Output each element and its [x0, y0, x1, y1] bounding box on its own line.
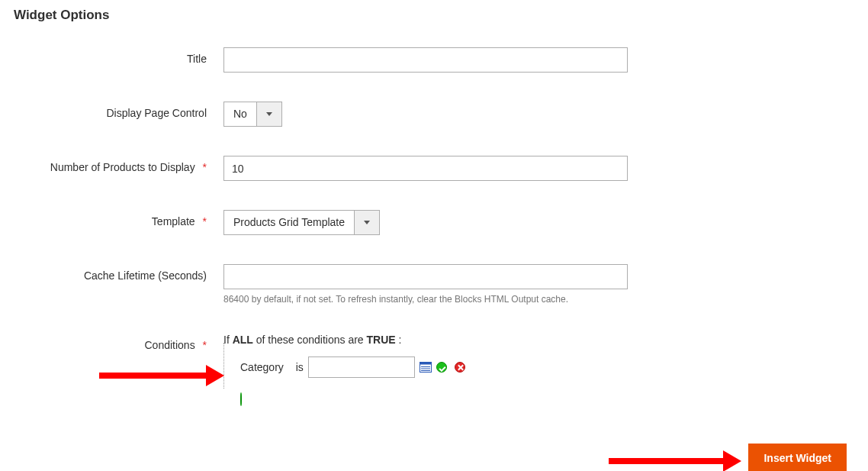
section-title: Widget Options — [14, 8, 854, 23]
condition-value-input[interactable] — [308, 356, 415, 378]
chevron-down-icon — [256, 102, 281, 126]
label-conditions: Conditions * — [14, 334, 223, 351]
condition-boolean[interactable]: TRUE — [367, 334, 396, 346]
apply-icon[interactable] — [436, 362, 447, 373]
page-control-select[interactable]: No — [223, 102, 282, 127]
title-input[interactable] — [223, 47, 628, 73]
cache-hint: 86400 by default, if not set. To refresh… — [223, 294, 647, 305]
insert-widget-button[interactable]: Insert Widget — [748, 444, 847, 471]
num-products-input[interactable] — [223, 156, 628, 181]
row-num-products: Number of Products to Display * — [14, 156, 854, 181]
remove-icon[interactable] — [455, 362, 465, 373]
condition-operator[interactable]: is — [296, 361, 304, 373]
cache-input[interactable] — [223, 264, 628, 289]
template-select[interactable]: Products Grid Template — [223, 210, 380, 235]
row-cache: Cache Lifetime (Seconds) 86400 by defaul… — [14, 264, 854, 305]
row-page-control: Display Page Control No — [14, 102, 854, 127]
template-value: Products Grid Template — [224, 211, 354, 234]
add-icon[interactable] — [240, 392, 242, 406]
condition-combine: If ALL of these conditions are TRUE : — [223, 334, 647, 346]
label-page-control: Display Page Control — [14, 102, 223, 119]
annotation-arrow-icon — [99, 365, 224, 386]
condition-aggregator[interactable]: ALL — [233, 334, 253, 346]
required-mark: * — [203, 215, 207, 227]
row-template: Template * Products Grid Template — [14, 210, 854, 235]
label-template: Template * — [14, 210, 223, 227]
condition-attribute[interactable]: Category — [240, 361, 284, 373]
label-cache: Cache Lifetime (Seconds) — [14, 264, 223, 282]
required-mark: * — [203, 161, 207, 173]
annotation-arrow-icon — [609, 450, 741, 471]
condition-rule: Category is — [240, 356, 647, 378]
chooser-icon[interactable] — [420, 361, 432, 373]
row-title: Title — [14, 47, 854, 73]
chevron-down-icon — [354, 211, 379, 234]
svg-rect-1 — [420, 363, 431, 365]
required-mark: * — [203, 339, 207, 351]
label-num-products: Number of Products to Display * — [14, 156, 223, 173]
label-title: Title — [14, 47, 223, 65]
page-control-value: No — [224, 102, 256, 126]
